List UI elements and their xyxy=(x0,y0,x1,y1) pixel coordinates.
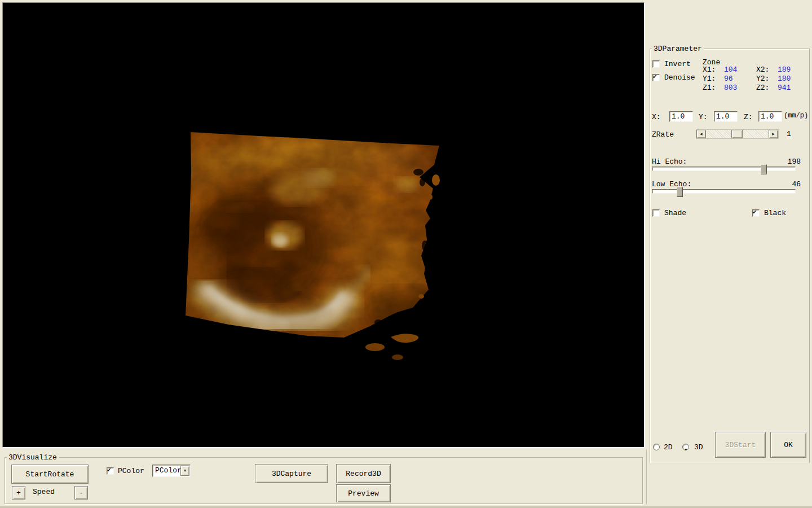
zone-x2-label: X2: xyxy=(756,66,778,73)
scale-unit-label: (mm/p) xyxy=(784,112,808,120)
zrate-scrollbar[interactable]: ◄ ► xyxy=(696,129,779,139)
panel-separator xyxy=(646,449,647,504)
zone-z2-value: 941 xyxy=(778,84,801,91)
invert-checkbox[interactable] xyxy=(652,60,660,68)
speed-plus-button[interactable]: + xyxy=(12,486,25,500)
y-scale-field[interactable] xyxy=(714,111,738,122)
shade-label: Shade xyxy=(664,209,686,217)
denoise-label: Denoise xyxy=(664,73,695,82)
visualize-group-title: 3DVisualize xyxy=(7,453,59,462)
low-echo-value: 46 xyxy=(778,180,801,189)
black-label: Black xyxy=(764,209,786,217)
check-icon: ✔ xyxy=(753,209,757,216)
zone-x1-label: X1: xyxy=(703,66,724,73)
mode-2d-label: 2D xyxy=(664,443,673,452)
black-checkbox[interactable]: ✔ xyxy=(752,209,760,217)
hi-echo-slider-thumb[interactable] xyxy=(761,164,767,174)
x-scale-label: X: xyxy=(652,113,661,121)
denoise-checkbox[interactable]: ✔ xyxy=(652,74,660,81)
pcolor-checkbox[interactable]: ✔ xyxy=(107,467,114,475)
zrate-increment-arrow-icon[interactable]: ► xyxy=(769,130,778,138)
parameter-group-title: 3DParameter xyxy=(652,45,704,53)
zone-y1-value: 96 xyxy=(724,75,756,82)
3dcapture-button[interactable]: 3DCapture xyxy=(255,464,328,483)
zone-z2-label: Z2: xyxy=(756,84,778,91)
low-echo-slider-thumb[interactable] xyxy=(677,187,683,197)
pcolor-label: PColor xyxy=(118,467,144,475)
ok-button[interactable]: OK xyxy=(770,432,806,458)
preview-button[interactable]: Preview xyxy=(336,484,391,502)
zrate-label: ZRate xyxy=(652,130,674,139)
pcolor-dropdown-value: PColor xyxy=(155,466,182,475)
hi-echo-slider[interactable] xyxy=(652,167,796,171)
low-echo-label: Low Echo: xyxy=(652,180,691,189)
speed-minus-button[interactable]: - xyxy=(74,486,88,500)
zone-values: X1: 104 X2: 189 Y1: 96 Y2: 180 Z1: 803 Z… xyxy=(703,66,801,91)
app-window: 3DParameter Invert ✔ Denoise Zone X1: 10… xyxy=(0,0,812,508)
zone-x1-value: 104 xyxy=(724,66,756,73)
record3d-button[interactable]: Record3D xyxy=(336,464,391,483)
pcolor-dropdown[interactable]: PColor ▼ xyxy=(152,465,191,477)
low-echo-slider[interactable] xyxy=(652,189,796,194)
radio-dot-icon: ● xyxy=(685,447,687,452)
hi-echo-label: Hi Echo: xyxy=(652,157,687,166)
dropdown-arrow-icon[interactable]: ▼ xyxy=(180,466,189,476)
zrate-decrement-arrow-icon[interactable]: ◄ xyxy=(696,130,706,138)
mode-2d-radio[interactable] xyxy=(653,444,660,450)
start-rotate-button[interactable]: StartRotate xyxy=(11,465,89,484)
z-scale-label: Z: xyxy=(744,113,753,121)
zone-x2-value: 189 xyxy=(778,66,801,73)
zrate-thumb[interactable] xyxy=(731,130,743,138)
shade-checkbox[interactable] xyxy=(652,209,660,217)
mode-3d-radio[interactable]: ● xyxy=(682,444,689,450)
zone-y1-label: Y1: xyxy=(703,75,724,82)
y-scale-label: Y: xyxy=(699,113,708,121)
z-scale-field[interactable] xyxy=(758,111,782,122)
check-icon: ✔ xyxy=(107,467,111,474)
speed-label: Speed xyxy=(33,488,55,496)
zone-z1-label: Z1: xyxy=(703,84,724,91)
zrate-value: 1 xyxy=(787,130,791,138)
zone-y2-value: 180 xyxy=(778,75,801,82)
render-viewport[interactable] xyxy=(2,2,645,448)
ultrasound-volume-rendering xyxy=(3,3,645,448)
zone-y2-label: Y2: xyxy=(756,75,778,82)
hi-echo-value: 198 xyxy=(778,157,801,166)
check-icon: ✔ xyxy=(653,73,657,81)
zone-z1-value: 803 xyxy=(724,84,756,91)
x-scale-field[interactable] xyxy=(669,111,693,122)
invert-label: Invert xyxy=(664,60,691,68)
mode-3d-label: 3D xyxy=(694,443,703,452)
3dstart-button[interactable]: 3DStart xyxy=(715,432,766,458)
